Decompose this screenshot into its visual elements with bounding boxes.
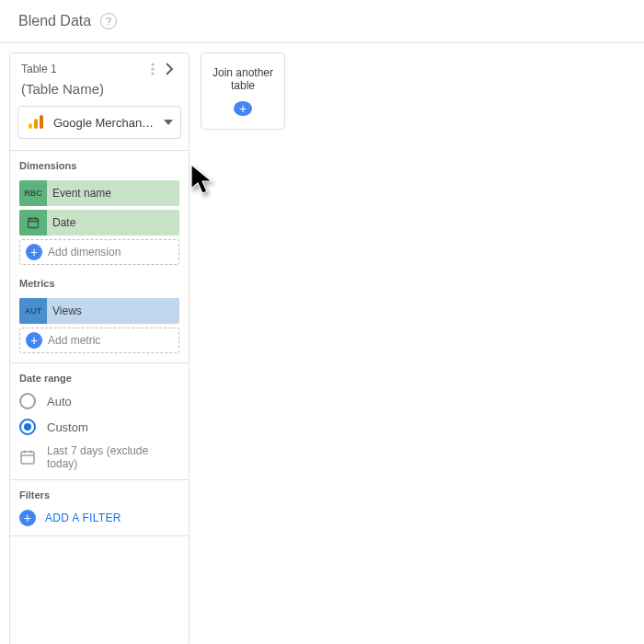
add-filter-button[interactable]: + ADD A FILTER bbox=[19, 510, 179, 526]
add-metric-button[interactable]: + Add metric bbox=[19, 328, 179, 353]
radio-checked-icon bbox=[19, 419, 36, 435]
auto-type-icon: AUT bbox=[19, 298, 47, 324]
table-name-input[interactable]: (Table Name) bbox=[10, 81, 189, 106]
plus-icon: + bbox=[26, 244, 42, 260]
metric-label: Views bbox=[47, 305, 82, 317]
table-panel: Table 1 (Table Name) Google Merchan… Dim… bbox=[9, 52, 190, 644]
panel-spacer bbox=[10, 535, 189, 644]
date-range-heading: Date range bbox=[19, 373, 179, 384]
svg-rect-4 bbox=[34, 119, 38, 129]
dimension-field[interactable]: RBC Event name bbox=[19, 180, 179, 206]
date-range-value[interactable]: Last 7 days (exclude today) bbox=[19, 444, 179, 470]
add-dimension-label: Add dimension bbox=[48, 246, 121, 259]
svg-rect-6 bbox=[29, 219, 39, 228]
svg-point-2 bbox=[151, 72, 154, 75]
add-dimension-button[interactable]: + Add dimension bbox=[19, 239, 179, 265]
date-range-text: Last 7 days (exclude today) bbox=[47, 444, 179, 470]
radio-label: Custom bbox=[47, 420, 88, 434]
svg-point-0 bbox=[151, 63, 154, 65]
dimensions-section: Dimensions RBC Event name Date + Add dim… bbox=[10, 150, 189, 274]
data-source-label: Google Merchan… bbox=[53, 116, 156, 130]
calendar-icon bbox=[19, 449, 36, 466]
radio-icon bbox=[19, 393, 36, 409]
plus-icon: + bbox=[19, 510, 36, 526]
filters-heading: Filters bbox=[19, 489, 179, 500]
date-range-custom-radio[interactable]: Custom bbox=[19, 419, 179, 435]
data-source-selector[interactable]: Google Merchan… bbox=[17, 106, 181, 139]
caret-down-icon bbox=[164, 120, 173, 125]
date-range-auto-radio[interactable]: Auto bbox=[19, 393, 179, 409]
help-icon[interactable]: ? bbox=[100, 13, 117, 29]
metric-field[interactable]: AUT Views bbox=[19, 298, 179, 324]
join-label: Join another table bbox=[209, 66, 277, 92]
plus-icon: + bbox=[26, 332, 42, 349]
metrics-section: Metrics AUT Views + Add metric bbox=[10, 274, 189, 362]
page-title: Blend Data bbox=[18, 13, 91, 29]
filters-section: Filters + ADD A FILTER bbox=[10, 479, 189, 535]
dimension-label: Event name bbox=[47, 187, 111, 200]
dimensions-heading: Dimensions bbox=[19, 160, 179, 171]
svg-rect-3 bbox=[29, 123, 32, 129]
add-filter-label: ADD A FILTER bbox=[45, 512, 121, 524]
kebab-icon[interactable] bbox=[144, 61, 161, 77]
workspace: Table 1 (Table Name) Google Merchan… Dim… bbox=[0, 43, 644, 644]
chevron-right-icon[interactable] bbox=[161, 61, 178, 77]
svg-rect-10 bbox=[21, 452, 34, 464]
table-header: Table 1 bbox=[10, 53, 189, 81]
cursor-icon bbox=[190, 163, 219, 200]
date-range-section: Date range Auto Custom Last 7 days (excl… bbox=[10, 362, 189, 479]
dimension-label: Date bbox=[47, 216, 75, 229]
radio-label: Auto bbox=[47, 395, 72, 408]
svg-rect-5 bbox=[40, 115, 43, 129]
analytics-icon bbox=[26, 112, 46, 132]
join-another-table-button[interactable]: Join another table + bbox=[201, 52, 285, 130]
table-title: Table 1 bbox=[21, 63, 144, 75]
svg-point-1 bbox=[151, 67, 154, 70]
metrics-heading: Metrics bbox=[19, 278, 179, 289]
text-type-icon: RBC bbox=[19, 180, 47, 206]
page-header: Blend Data ? bbox=[0, 0, 644, 43]
dimension-field[interactable]: Date bbox=[19, 210, 179, 236]
date-type-icon bbox=[19, 210, 47, 236]
add-metric-label: Add metric bbox=[48, 334, 100, 347]
plus-icon: + bbox=[234, 101, 252, 116]
